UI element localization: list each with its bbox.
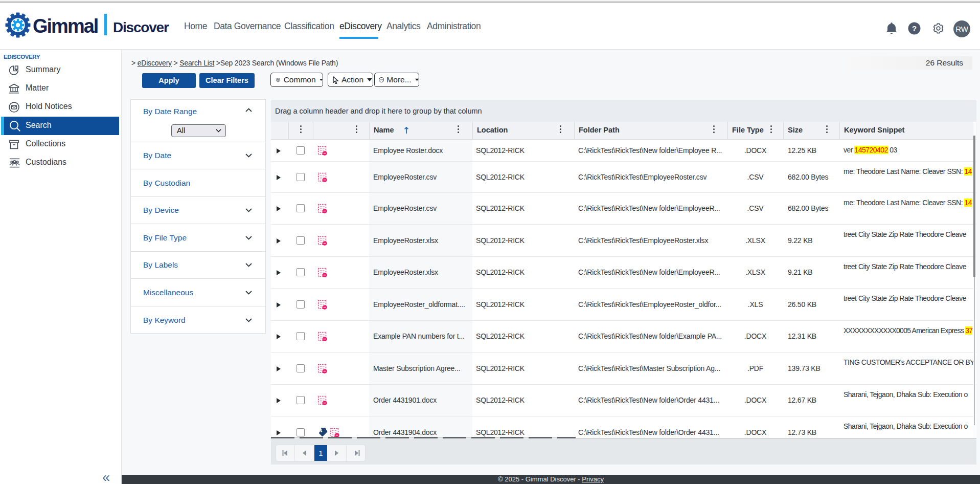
svg-text:?: ? xyxy=(912,24,917,33)
